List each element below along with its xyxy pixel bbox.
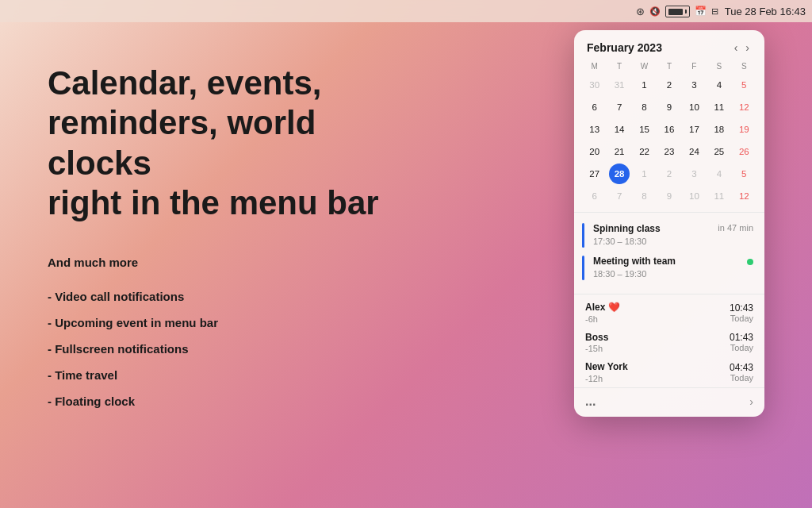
feature-upcoming: - Upcoming event in menu bar [48, 310, 428, 336]
cal-day[interactable]: 6 [584, 97, 605, 117]
menu-bar: ⊛ 🔇 📅 ⊟ Tue 28 Feb 16:43 [0, 0, 812, 22]
calendar-next-btn[interactable]: › [743, 42, 752, 53]
clock-alex-left: Alex ❤️ -6h [585, 302, 620, 324]
clock-boss-left: Boss -15h [585, 332, 608, 354]
event-accent-spinning [582, 223, 584, 248]
clock-newyork[interactable]: New York -12h 04:43 Today [574, 357, 764, 387]
menubar-datetime: Tue 28 Feb 16:43 [725, 6, 806, 17]
cal-day[interactable]: 31 [609, 75, 630, 95]
menu-bar-icons: ⊛ 🔇 📅 ⊟ [636, 6, 718, 17]
cal-day[interactable]: 12 [733, 97, 754, 117]
and-more-label: And much more [48, 256, 428, 269]
calendar-grid: M T W T F S S 30 31 1 2 3 4 5 6 7 8 9 10… [574, 60, 764, 212]
cal-day[interactable]: 21 [609, 141, 630, 162]
clock-alex-right: 10:43 Today [730, 302, 753, 323]
cal-day[interactable]: 30 [584, 75, 605, 95]
cal-day[interactable]: 22 [634, 141, 655, 162]
cal-day[interactable]: 2 [659, 75, 680, 95]
event-time-meeting: 18:30 – 19:30 [593, 268, 741, 280]
cal-day[interactable]: 3 [684, 75, 704, 95]
mute-icon[interactable]: 🔇 [649, 6, 661, 17]
cal-day[interactable]: 4 [709, 75, 730, 95]
clock-boss[interactable]: Boss -15h 01:43 Today [574, 328, 764, 358]
cal-day[interactable]: 19 [733, 119, 754, 140]
cal-day[interactable]: 5 [733, 164, 754, 184]
cal-day[interactable]: 4 [709, 164, 730, 184]
dow-mon: M [582, 60, 607, 74]
cal-day[interactable]: 15 [634, 119, 655, 140]
clock-alex-name: Alex ❤️ [585, 302, 620, 314]
clock-newyork-offset: -12h [585, 374, 628, 383]
network-icon[interactable]: ⊟ [711, 6, 718, 17]
footer-chevron-btn[interactable]: › [749, 395, 753, 408]
week-3: 13 14 15 16 17 18 19 [582, 118, 756, 140]
clock-alex-time: 10:43 [730, 302, 753, 314]
calendar-icon[interactable]: 📅 [695, 6, 707, 17]
clock-newyork-right: 04:43 Today [730, 362, 753, 383]
cal-day[interactable]: 7 [609, 186, 630, 206]
calendar-header: February 2023 ‹ › [574, 30, 764, 60]
event-content-meeting: Meeting with team 18:30 – 19:30 [588, 256, 741, 280]
cal-day[interactable]: 24 [684, 141, 704, 162]
clock-alex[interactable]: Alex ❤️ -6h 10:43 Today [574, 298, 764, 328]
event-meeting-team[interactable]: Meeting with team 18:30 – 19:30 [574, 252, 764, 284]
cal-day[interactable]: 2 [659, 164, 680, 184]
cal-day[interactable]: 9 [659, 97, 680, 117]
popup-footer: ... › [574, 387, 764, 417]
feature-floating-clock: - Floating clock [48, 388, 428, 414]
cal-day[interactable]: 3 [684, 164, 704, 184]
week-6: 6 7 8 9 10 11 12 [582, 185, 756, 207]
dow-fri: F [682, 60, 707, 74]
battery-icon [665, 6, 690, 17]
cal-day[interactable]: 16 [659, 119, 680, 140]
calendar-prev-btn[interactable]: ‹ [732, 42, 741, 53]
calendar-nav: ‹ › [732, 42, 752, 53]
week-5: 27 28 1 2 3 4 5 [582, 163, 756, 185]
cal-day[interactable]: 11 [709, 97, 730, 117]
cal-day[interactable]: 11 [709, 186, 730, 206]
dow-sat: S [707, 60, 731, 74]
cal-day[interactable]: 9 [659, 186, 680, 206]
cal-day[interactable]: 1 [634, 164, 655, 184]
cal-day[interactable]: 26 [733, 141, 754, 162]
dow-sun: S [732, 60, 756, 74]
clock-boss-time: 01:43 [730, 332, 753, 343]
week-2: 6 7 8 9 10 11 12 [582, 96, 756, 118]
clock-newyork-name: New York [585, 361, 628, 374]
cal-day[interactable]: 8 [634, 97, 655, 117]
calendar-month-title: February 2023 [587, 41, 662, 54]
cal-day[interactable]: 17 [684, 119, 704, 140]
clock-newyork-date: Today [730, 373, 753, 383]
cal-day[interactable]: 25 [709, 141, 730, 162]
clock-boss-offset: -15h [585, 344, 608, 353]
cal-day[interactable]: 18 [709, 119, 730, 140]
week-4: 20 21 22 23 24 25 26 [582, 140, 756, 163]
cal-day[interactable]: 10 [684, 97, 704, 117]
cal-day[interactable]: 5 [733, 75, 754, 95]
feature-time-travel: - Time travel [48, 362, 428, 388]
layers-icon[interactable]: ⊛ [636, 6, 645, 17]
cal-day[interactable]: 20 [584, 141, 605, 162]
cal-day[interactable]: 6 [584, 186, 605, 206]
clock-newyork-left: New York -12h [585, 361, 628, 383]
clock-boss-date: Today [730, 343, 753, 352]
event-spinning-class[interactable]: Spinning class 17:30 – 18:30 in 47 min [574, 219, 764, 252]
cal-day[interactable]: 12 [733, 186, 754, 206]
cal-day[interactable]: 14 [609, 119, 630, 140]
event-dot-meeting [747, 259, 753, 265]
cal-day[interactable]: 23 [659, 141, 680, 162]
cal-day[interactable]: 13 [584, 119, 605, 140]
cal-day[interactable]: 1 [634, 75, 655, 95]
cal-day[interactable]: 27 [584, 164, 605, 184]
cal-day-today[interactable]: 28 [609, 164, 630, 184]
week-1: 30 31 1 2 3 4 5 [582, 74, 756, 96]
event-name-spinning: Spinning class [593, 223, 711, 236]
feature-video-call: - Video call notifications [48, 283, 428, 310]
event-right-spinning: in 47 min [718, 223, 753, 233]
cal-day[interactable]: 8 [634, 186, 655, 206]
clock-newyork-time: 04:43 [730, 362, 753, 373]
footer-more-btn[interactable]: ... [585, 394, 596, 409]
cal-day[interactable]: 10 [684, 186, 704, 206]
cal-day[interactable]: 7 [609, 97, 630, 117]
clock-boss-right: 01:43 Today [730, 332, 753, 352]
